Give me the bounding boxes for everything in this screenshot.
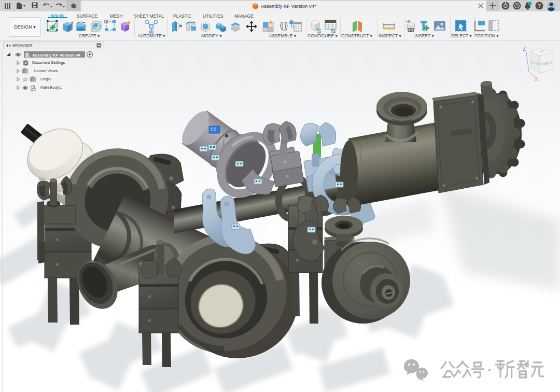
svg-text:X: X xyxy=(535,76,538,82)
svg-text:Assembly KF Version v4: Assembly KF Version v4 xyxy=(32,53,80,58)
svg-text:Z: Z xyxy=(523,46,526,52)
svg-text:Assembly KF Version v4*: Assembly KF Version v4* xyxy=(261,3,316,9)
svg-text:?: ? xyxy=(538,3,541,9)
